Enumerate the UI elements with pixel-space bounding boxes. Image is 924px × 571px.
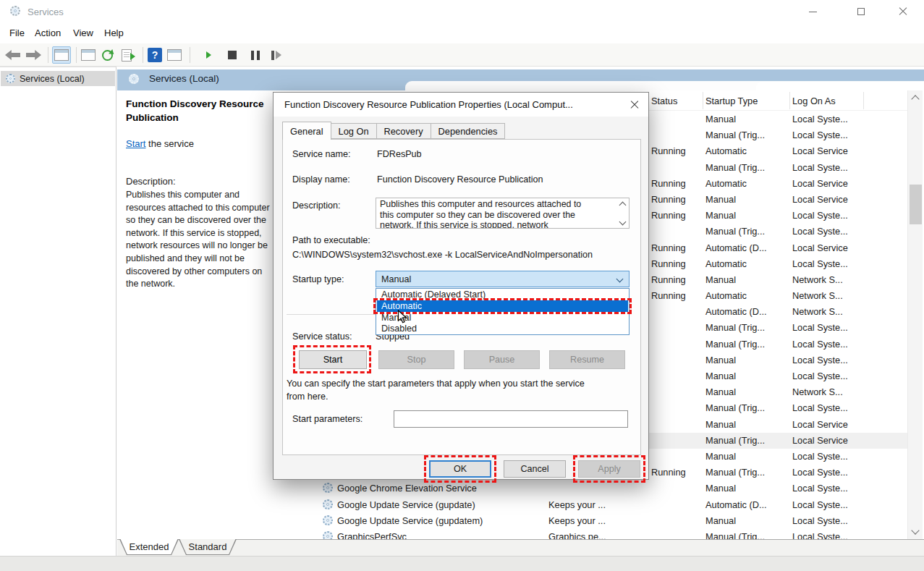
cancel-button[interactable]: Cancel bbox=[504, 460, 566, 478]
logon-cell: Local Syste... bbox=[792, 467, 848, 478]
stop-button[interactable]: Stop bbox=[378, 350, 454, 369]
menu-help[interactable]: Help bbox=[104, 28, 124, 38]
scroll-up-icon[interactable] bbox=[911, 95, 919, 103]
close-icon bbox=[899, 7, 907, 16]
console-tree-pane: Services (Local) bbox=[0, 67, 116, 556]
startup-cell: Manual (Trig... bbox=[705, 435, 765, 446]
logon-cell: Local Syste... bbox=[792, 210, 848, 221]
tab-dependencies[interactable]: Dependencies bbox=[431, 123, 506, 139]
service-row[interactable]: Google Update Service (gupdate)Keeps you… bbox=[313, 497, 910, 513]
startup-cell: Manual bbox=[705, 114, 736, 124]
view-tabs: Extended Standard bbox=[117, 539, 924, 556]
menu-view[interactable]: View bbox=[73, 28, 93, 38]
service-row[interactable]: Google Chrome Elevation ServiceManualLoc… bbox=[313, 481, 910, 496]
description-box[interactable]: Publishes this computer and resources at… bbox=[376, 198, 630, 229]
mouse-cursor bbox=[397, 310, 407, 326]
properties-button[interactable] bbox=[81, 46, 96, 64]
desc-cell: Keeps your ... bbox=[548, 499, 606, 510]
status-cell: Running bbox=[651, 210, 686, 221]
minimize-icon bbox=[809, 12, 817, 12]
start-service-link[interactable]: Start bbox=[126, 138, 145, 149]
dialog-close-button[interactable] bbox=[627, 98, 643, 111]
scroll-down-icon[interactable] bbox=[619, 219, 627, 226]
status-cell: Running bbox=[651, 467, 686, 478]
export-list-button[interactable] bbox=[122, 46, 132, 64]
menu-action[interactable]: Action bbox=[35, 28, 61, 38]
column-startup-type[interactable]: Startup Type bbox=[705, 96, 758, 106]
pause-button[interactable]: Pause bbox=[464, 350, 540, 369]
dialog-title: Function Discovery Resource Publication … bbox=[284, 99, 573, 110]
service-row[interactable]: GraphicsPerfSvcGraphics pe...Manual (Tri… bbox=[313, 529, 910, 539]
status-cell: Running bbox=[651, 242, 686, 253]
startup-cell: Manual (Trig... bbox=[705, 322, 765, 333]
forward-button[interactable] bbox=[26, 46, 41, 64]
startup-type-combobox[interactable]: Manual bbox=[376, 271, 630, 287]
tab-log-on[interactable]: Log On bbox=[331, 123, 377, 139]
scroll-up-icon[interactable] bbox=[619, 202, 627, 209]
menu-file[interactable]: File bbox=[9, 28, 25, 38]
startup-cell: Manual bbox=[705, 386, 736, 397]
help-button[interactable]: ? bbox=[148, 46, 162, 64]
name-cell: Google Chrome Elevation Service bbox=[337, 483, 477, 494]
minimize-button[interactable] bbox=[797, 0, 829, 23]
tree-item-services-local[interactable]: Services (Local) bbox=[1, 71, 115, 86]
startup-cell: Automatic bbox=[705, 290, 747, 301]
status-cell: Running bbox=[651, 290, 686, 301]
back-icon bbox=[5, 50, 20, 60]
start-parameters-input[interactable] bbox=[394, 410, 628, 428]
tab-standard[interactable]: Standard bbox=[179, 539, 237, 555]
logon-cell: Local Syste... bbox=[792, 130, 848, 140]
tab-recovery[interactable]: Recovery bbox=[377, 123, 431, 139]
option-disabled[interactable]: Disabled bbox=[377, 323, 628, 334]
description-label: Description: bbox=[126, 176, 176, 187]
path-label: Path to executable: bbox=[292, 235, 370, 245]
name-cell: GraphicsPerfSvc bbox=[337, 531, 407, 539]
vertical-scrollbar[interactable] bbox=[907, 90, 923, 539]
refresh-button[interactable] bbox=[102, 46, 113, 64]
startup-type-label: Startup type: bbox=[292, 274, 344, 284]
path-value: C:\WINDOWS\system32\svchost.exe -k Local… bbox=[292, 250, 593, 260]
startup-cell: Automatic bbox=[705, 145, 747, 156]
status-cell: Running bbox=[651, 178, 686, 189]
display-name-label: Display name: bbox=[292, 174, 350, 185]
extended-view-button[interactable] bbox=[167, 46, 182, 64]
tab-extended[interactable]: Extended bbox=[119, 539, 179, 555]
maximize-button[interactable] bbox=[844, 0, 877, 23]
stop-service-button[interactable] bbox=[228, 46, 237, 64]
selected-service-title: Function Discovery Resource Publication bbox=[126, 97, 281, 124]
resume-button[interactable]: Resume bbox=[549, 350, 625, 369]
startup-cell: Manual bbox=[705, 483, 736, 494]
logon-cell: Network S... bbox=[792, 306, 843, 317]
logon-cell: Network S... bbox=[792, 386, 843, 397]
startup-cell: Automatic (D... bbox=[705, 242, 767, 253]
pause-service-button[interactable] bbox=[251, 46, 260, 64]
service-name-label: Service name: bbox=[292, 149, 351, 159]
maximize-icon bbox=[857, 8, 865, 15]
service-icon bbox=[323, 483, 333, 493]
start-params-note: You can specify the start parameters tha… bbox=[287, 378, 602, 403]
console-tree-icon bbox=[54, 49, 69, 61]
column-log-on-as[interactable]: Log On As bbox=[792, 96, 836, 106]
forward-icon bbox=[26, 50, 41, 60]
startup-cell: Manual bbox=[705, 274, 736, 285]
desc-cell: Graphics pe... bbox=[548, 531, 606, 539]
properties-dialog: Function Discovery Resource Publication … bbox=[273, 92, 649, 480]
tab-general[interactable]: General bbox=[282, 122, 331, 140]
scroll-down-icon[interactable] bbox=[911, 526, 919, 534]
logon-cell: Local Service bbox=[792, 178, 848, 189]
highlight-box-ok bbox=[424, 455, 496, 483]
logon-cell: Local Service bbox=[792, 435, 848, 446]
show-console-tree-button[interactable] bbox=[52, 46, 71, 64]
column-status[interactable]: Status bbox=[651, 96, 677, 106]
start-service-button[interactable] bbox=[206, 46, 211, 64]
close-button[interactable] bbox=[886, 0, 919, 23]
restart-service-button[interactable] bbox=[271, 46, 281, 64]
display-name-value: Function Discovery Resource Publication bbox=[377, 174, 543, 185]
status-cell: Running bbox=[651, 194, 686, 205]
startup-cell: Manual (Trig... bbox=[705, 467, 765, 478]
service-row[interactable]: Google Update Service (gupdatem)Keeps yo… bbox=[313, 513, 910, 529]
dialog-title-bar: Function Discovery Resource Publication … bbox=[274, 93, 648, 117]
scroll-thumb[interactable] bbox=[910, 185, 922, 224]
stop-icon bbox=[228, 51, 237, 59]
back-button[interactable] bbox=[5, 46, 20, 64]
